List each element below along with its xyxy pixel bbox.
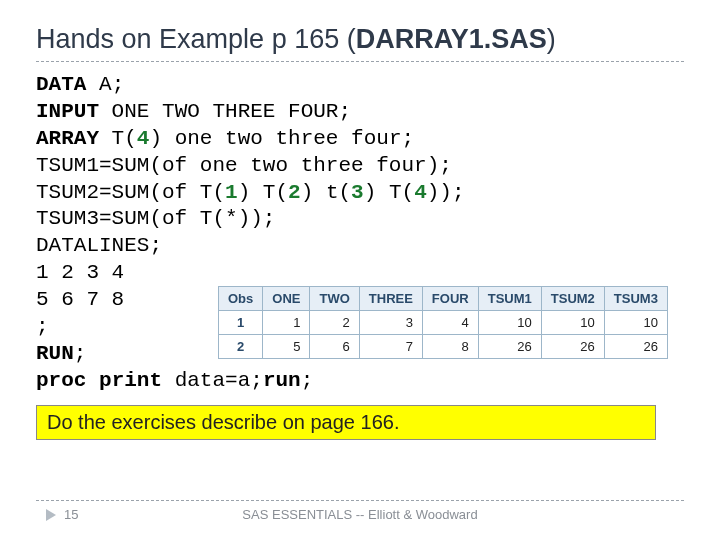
page-indicator: 15: [44, 507, 78, 522]
cell: 3: [359, 311, 422, 335]
cell: 26: [541, 335, 604, 359]
code-text: ) t(: [301, 181, 351, 204]
col-four: FOUR: [422, 287, 478, 311]
code-text: [86, 369, 99, 392]
cell: 8: [422, 335, 478, 359]
cell: 5: [263, 335, 310, 359]
footer-divider: [36, 500, 684, 501]
code-text: ;: [36, 315, 49, 338]
cell: 26: [604, 335, 667, 359]
code-text: ) T(: [238, 181, 288, 204]
exercise-callout: Do the exercises describe on page 166.: [36, 405, 656, 440]
code-text: data=a;: [162, 369, 263, 392]
code-text: TSUM2=SUM(of T(: [36, 181, 225, 204]
col-one: ONE: [263, 287, 310, 311]
kw-datalines: DATALINES;: [36, 234, 162, 257]
kw-run: RUN: [36, 342, 74, 365]
col-two: TWO: [310, 287, 359, 311]
dataline: 1 2 3 4: [36, 261, 124, 284]
title-part3: ): [547, 24, 556, 54]
kw-proc: proc: [36, 369, 86, 392]
title-part1: Hands on Example p 165 (: [36, 24, 356, 54]
kw-print: print: [99, 369, 162, 392]
cell: 26: [478, 335, 541, 359]
num-literal: 1: [225, 181, 238, 204]
slide-footer: 15 SAS ESSENTIALS -- Elliott & Woodward: [36, 500, 684, 522]
code-text: ) one two three four;: [149, 127, 414, 150]
svg-marker-0: [46, 509, 56, 521]
footer-source: SAS ESSENTIALS -- Elliott & Woodward: [242, 507, 477, 522]
cell: 10: [604, 311, 667, 335]
code-text: ;: [74, 342, 87, 365]
page-arrow-icon: [44, 509, 56, 521]
cell: 10: [478, 311, 541, 335]
table-header-row: Obs ONE TWO THREE FOUR TSUM1 TSUM2 TSUM3: [219, 287, 668, 311]
col-obs: Obs: [219, 287, 263, 311]
slide-title: Hands on Example p 165 (DARRAY1.SAS): [36, 24, 684, 55]
output-table: Obs ONE TWO THREE FOUR TSUM1 TSUM2 TSUM3…: [218, 286, 668, 359]
code-text: A;: [86, 73, 124, 96]
col-tsum2: TSUM2: [541, 287, 604, 311]
code-text: TSUM3=SUM(of T(*));: [36, 207, 275, 230]
num-literal: 4: [414, 181, 427, 204]
title-bold: DARRAY1.SAS: [356, 24, 547, 54]
table-row: 1 1 2 3 4 10 10 10: [219, 311, 668, 335]
cell: 4: [422, 311, 478, 335]
kw-input: INPUT: [36, 100, 99, 123]
code-text: ONE TWO THREE FOUR;: [99, 100, 351, 123]
code-text: T(: [99, 127, 137, 150]
col-tsum1: TSUM1: [478, 287, 541, 311]
kw-array: ARRAY: [36, 127, 99, 150]
kw-run2: run: [263, 369, 301, 392]
col-tsum3: TSUM3: [604, 287, 667, 311]
code-text: TSUM1=SUM(of one two three four);: [36, 154, 452, 177]
code-text: ) T(: [364, 181, 414, 204]
kw-data: DATA: [36, 73, 86, 96]
cell: 10: [541, 311, 604, 335]
num-literal: 3: [351, 181, 364, 204]
cell: 6: [310, 335, 359, 359]
table-row: 2 5 6 7 8 26 26 26: [219, 335, 668, 359]
code-text: ));: [427, 181, 465, 204]
cell: 1: [263, 311, 310, 335]
page-number: 15: [64, 507, 78, 522]
cell-obs: 2: [219, 335, 263, 359]
col-three: THREE: [359, 287, 422, 311]
code-text: ;: [301, 369, 314, 392]
cell: 7: [359, 335, 422, 359]
cell-obs: 1: [219, 311, 263, 335]
title-divider: [36, 61, 684, 62]
num-literal: 2: [288, 181, 301, 204]
cell: 2: [310, 311, 359, 335]
dataline: 5 6 7 8: [36, 288, 124, 311]
num-literal: 4: [137, 127, 150, 150]
